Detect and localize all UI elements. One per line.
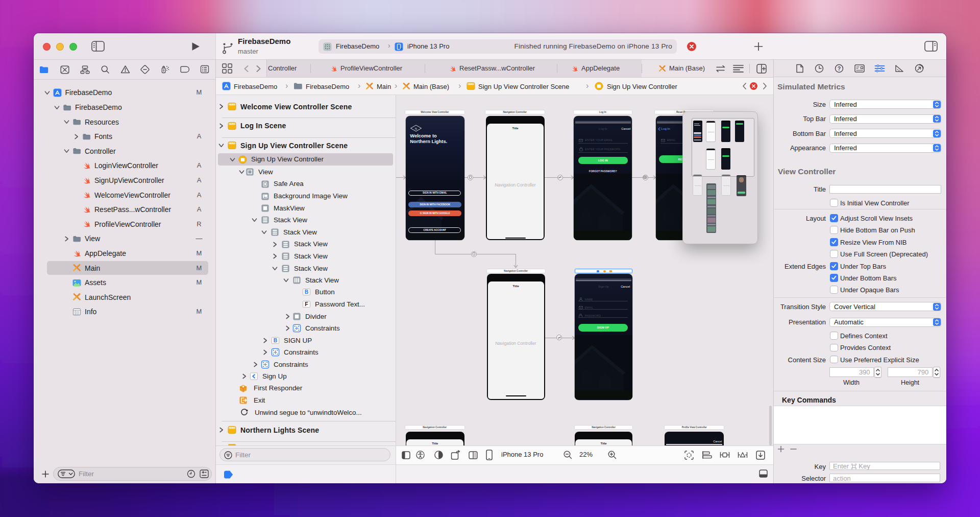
svg-text:?: ? <box>838 65 841 72</box>
svg-text:N: N <box>415 127 417 130</box>
